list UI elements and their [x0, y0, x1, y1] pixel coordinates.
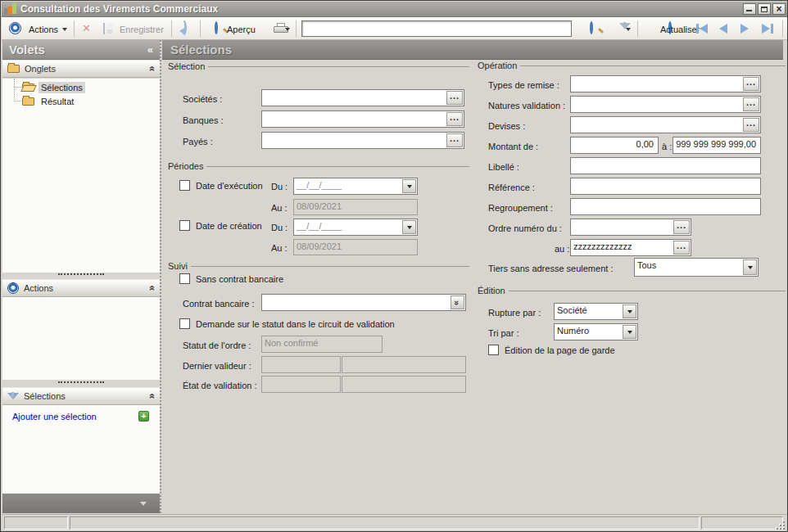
- tri-par-label: Tri par :: [488, 328, 519, 338]
- regroupement-field[interactable]: [570, 198, 761, 215]
- natures-validation-field[interactable]: ...: [570, 96, 761, 113]
- collapse-section-icon[interactable]: »: [147, 394, 158, 399]
- date-execution-checkbox[interactable]: [179, 180, 190, 191]
- close-button[interactable]: ×: [772, 3, 786, 15]
- combo-dropdown-button[interactable]: [402, 220, 416, 234]
- date-creation-label: Date de création: [196, 221, 262, 231]
- group-caption-periodes: Périodes: [165, 161, 206, 171]
- filter-caret-icon[interactable]: [626, 28, 631, 31]
- date-creation-checkbox[interactable]: [179, 220, 190, 231]
- refresh-icon[interactable]: [182, 20, 187, 35]
- ordre-du-browse-button[interactable]: ...: [673, 220, 690, 234]
- types-remise-browse-button[interactable]: ...: [743, 77, 759, 91]
- last-record-button[interactable]: [762, 24, 773, 34]
- societes-browse-button[interactable]: ...: [446, 91, 463, 105]
- actions-caret-icon[interactable]: [62, 28, 67, 31]
- ordre-au-label: au :: [555, 244, 569, 254]
- folder-icon: [7, 65, 20, 73]
- maximize-icon: [761, 7, 768, 12]
- chevron-down-icon: [140, 502, 147, 506]
- date-creation-du-combo[interactable]: __/__/____: [293, 219, 418, 236]
- maximize-button[interactable]: [758, 3, 771, 15]
- statut-ordre-field: Non confirmé: [261, 336, 383, 353]
- ordre-au-browse-button[interactable]: ...: [673, 241, 690, 255]
- reference-field[interactable]: [570, 178, 761, 195]
- section-label-selections: Sélections: [24, 391, 144, 401]
- splitter-handle[interactable]: [58, 381, 104, 383]
- regroupement-label: Regroupement :: [488, 203, 553, 213]
- combo-dropdown-button[interactable]: [402, 179, 416, 193]
- page-garde-checkbox[interactable]: [488, 345, 499, 355]
- devises-label: Devises :: [488, 121, 525, 131]
- preview-magnifier-icon[interactable]: [215, 21, 218, 34]
- actions-menu-button[interactable]: Actions: [29, 25, 58, 34]
- tiers-combo[interactable]: Tous: [634, 258, 759, 277]
- save-icon[interactable]: [103, 23, 105, 34]
- dernier-valideur-label: Dernier valideur :: [183, 361, 251, 371]
- banques-label: Banques :: [183, 115, 224, 125]
- ordre-numero-du-field[interactable]: ...: [570, 219, 691, 236]
- section-header-selections[interactable]: Sélections »: [2, 387, 160, 405]
- section-header-onglets[interactable]: Onglets »: [2, 60, 160, 78]
- add-selection-link[interactable]: Ajouter une sélection: [12, 412, 97, 422]
- chevron-down-icon: [407, 185, 412, 188]
- add-plus-icon[interactable]: +: [138, 411, 149, 422]
- payes-browse-button[interactable]: ...: [446, 133, 463, 147]
- double-chevron-down-icon: »: [454, 300, 462, 304]
- montant-from-field[interactable]: 0,00: [570, 137, 659, 154]
- first-record-button[interactable]: [696, 24, 708, 34]
- libelle-field[interactable]: [570, 157, 761, 174]
- tree-item-selections[interactable]: Sélections: [22, 82, 85, 93]
- devises-field[interactable]: ...: [570, 116, 761, 133]
- date-execution-du-combo[interactable]: __/__/____: [293, 178, 418, 195]
- combo-dropdown-button[interactable]: [623, 304, 636, 318]
- societes-field[interactable]: ...: [261, 89, 464, 106]
- actions-target-icon[interactable]: [9, 22, 21, 34]
- tree-connector: [14, 87, 21, 88]
- reference-label: Référence :: [488, 183, 535, 192]
- search-input[interactable]: [301, 20, 572, 37]
- payes-field[interactable]: ...: [261, 132, 464, 149]
- statut-ordre-label: Statut de l'ordre :: [183, 340, 251, 350]
- print-caret-icon[interactable]: [285, 28, 290, 31]
- combo-dropdown-button[interactable]: [623, 325, 636, 339]
- tri-par-combo[interactable]: Numéro: [554, 323, 638, 340]
- filter-funnel-icon[interactable]: [619, 23, 631, 39]
- actualiser-button[interactable]: Actualiser: [660, 25, 700, 34]
- combo-dropdown-button[interactable]: [743, 259, 757, 275]
- minimize-button[interactable]: [743, 3, 756, 15]
- etat-validation-field-2: [342, 376, 466, 393]
- ordre-numero-au-field[interactable]: zzzzzzzzzzzzz...: [570, 239, 691, 256]
- collapse-panel-icon[interactable]: «: [147, 43, 153, 56]
- banques-field[interactable]: ...: [261, 110, 464, 128]
- resize-grip[interactable]: [777, 521, 785, 530]
- sans-contrat-checkbox[interactable]: [179, 273, 190, 284]
- combo-double-dropdown-button[interactable]: »: [451, 295, 464, 309]
- section-header-actions[interactable]: Actions »: [2, 279, 160, 297]
- banques-browse-button[interactable]: ...: [446, 112, 463, 126]
- save-button[interactable]: Enregistrer: [120, 25, 164, 34]
- natures-validation-browse-button[interactable]: ...: [743, 97, 759, 111]
- collapse-section-icon[interactable]: »: [147, 66, 158, 72]
- tree-item-label: Résultat: [38, 96, 76, 107]
- demande-statut-checkbox[interactable]: [179, 318, 190, 329]
- au-label: Au :: [271, 243, 288, 253]
- preview-button[interactable]: Aperçu: [227, 25, 256, 34]
- panel-splitter[interactable]: [160, 40, 162, 513]
- tree-item-label: Sélections: [38, 82, 85, 93]
- panel-bottom-bar[interactable]: [2, 494, 160, 513]
- types-remise-field[interactable]: ...: [570, 75, 761, 92]
- etat-validation-field-1: [261, 376, 341, 393]
- rupture-par-combo[interactable]: Société: [554, 303, 638, 320]
- search-icon[interactable]: [590, 21, 593, 34]
- collapse-section-icon[interactable]: »: [147, 286, 158, 291]
- splitter-handle[interactable]: [58, 273, 104, 275]
- contrat-combo[interactable]: »: [261, 294, 466, 311]
- previous-record-button[interactable]: [719, 24, 727, 34]
- delete-icon[interactable]: ✕: [82, 22, 91, 34]
- next-record-button[interactable]: [740, 24, 749, 34]
- tree-item-resultat[interactable]: Résultat: [22, 96, 76, 107]
- montant-to-field[interactable]: 999 999 999 999,00: [673, 137, 761, 154]
- group-caption-selection: Sélection: [165, 61, 208, 71]
- devises-browse-button[interactable]: ...: [743, 118, 759, 132]
